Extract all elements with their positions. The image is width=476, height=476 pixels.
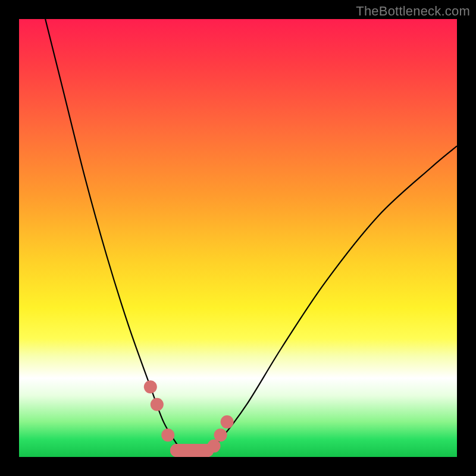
plot-area	[19, 19, 457, 457]
highlight-dot	[208, 440, 221, 453]
highlight-dot	[221, 415, 234, 428]
highlight-dot	[144, 380, 157, 393]
highlight-dot	[151, 398, 164, 411]
chart-frame: TheBottleneck.com	[0, 0, 476, 476]
highlight-dot	[214, 428, 227, 441]
curve-right-branch	[203, 146, 457, 457]
watermark-text: TheBottleneck.com	[356, 4, 470, 19]
bottleneck-curve	[19, 19, 457, 457]
curve-left-branch	[45, 19, 186, 457]
highlight-dot	[161, 428, 174, 441]
